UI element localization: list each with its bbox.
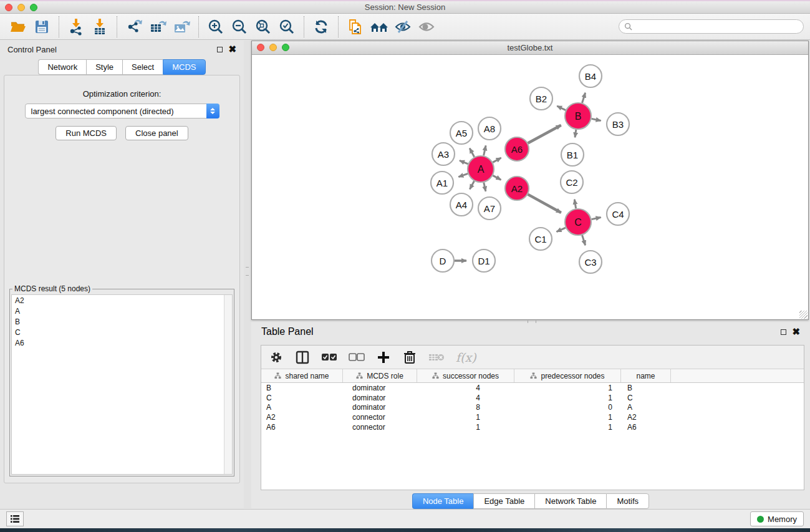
graph-node-C[interactable]: C xyxy=(565,209,591,235)
table-row[interactable]: Cdominator41C xyxy=(261,393,804,403)
float-panel-icon[interactable] xyxy=(217,47,223,52)
graph-node-A[interactable]: A xyxy=(468,156,494,182)
deselect-checks-icon[interactable] xyxy=(349,349,365,365)
node-table[interactable]: shared nameMCDS rolesuccessor nodesprede… xyxy=(261,369,804,432)
split-columns-icon[interactable] xyxy=(295,349,310,365)
delete-column-icon[interactable] xyxy=(402,349,417,365)
graph-edge-A2-C[interactable] xyxy=(528,195,561,213)
graph-edge-A-A4[interactable] xyxy=(470,181,474,189)
graph-edge-A-A2[interactable] xyxy=(493,175,501,180)
zoom-network-window-button[interactable] xyxy=(282,44,289,51)
float-table-panel-icon[interactable] xyxy=(781,329,786,335)
zoom-selected-icon[interactable] xyxy=(276,16,297,37)
memory-button[interactable]: Memory xyxy=(750,511,804,526)
mcds-result-item[interactable]: C xyxy=(12,327,232,337)
close-panel-icon[interactable]: ✖ xyxy=(228,46,236,52)
home-layout-icon[interactable] xyxy=(369,16,390,37)
select-all-checks-icon[interactable] xyxy=(321,349,337,365)
graph-node-C1[interactable]: C1 xyxy=(529,228,552,250)
graph-edge-A-A8[interactable] xyxy=(484,145,486,155)
graph-node-B1[interactable]: B1 xyxy=(561,143,584,166)
column-header-MCDS-role[interactable]: MCDS role xyxy=(343,369,417,382)
table-row[interactable]: A6connector11A6 xyxy=(261,422,804,432)
export-table-icon[interactable] xyxy=(147,16,168,37)
tab-motifs[interactable]: Motifs xyxy=(606,493,649,509)
graph-node-D[interactable]: D xyxy=(432,249,454,272)
mcds-result-item[interactable]: B xyxy=(12,316,232,327)
export-network-icon[interactable] xyxy=(123,16,145,37)
graph-node-A6[interactable]: A6 xyxy=(505,137,529,161)
graph-edge-C-C3[interactable] xyxy=(582,235,586,245)
tab-select[interactable]: Select xyxy=(122,59,163,75)
zoom-out-icon[interactable] xyxy=(229,16,250,37)
mcds-result-item[interactable]: A2 xyxy=(12,295,232,306)
graph-edge-A-A3[interactable] xyxy=(460,160,468,163)
export-image-icon[interactable] xyxy=(171,16,192,37)
run-mcds-button[interactable]: Run MCDS xyxy=(55,126,117,140)
graph-node-A4[interactable]: A4 xyxy=(450,193,473,216)
zoom-fit-icon[interactable] xyxy=(253,16,274,37)
result-scrollbar[interactable] xyxy=(224,295,232,474)
graph-edge-B-B3[interactable] xyxy=(592,118,601,120)
mcds-result-item[interactable]: A6 xyxy=(12,337,232,348)
graph-node-A1[interactable]: A1 xyxy=(431,172,453,194)
save-session-icon[interactable] xyxy=(31,16,52,37)
graph-node-B4[interactable]: B4 xyxy=(579,65,602,87)
zoom-in-icon[interactable] xyxy=(205,16,226,37)
graph-node-B2[interactable]: B2 xyxy=(530,87,552,110)
import-table-icon[interactable] xyxy=(89,16,110,37)
minimize-network-window-button[interactable] xyxy=(269,44,277,51)
graph-node-A3[interactable]: A3 xyxy=(432,143,455,165)
table-row[interactable]: Bdominator41B xyxy=(261,383,804,393)
graph-node-A7[interactable]: A7 xyxy=(478,197,501,220)
criterion-dropdown[interactable]: largest connected component (directed) xyxy=(25,104,219,118)
close-network-window-button[interactable] xyxy=(257,44,264,51)
graph-node-B[interactable]: B xyxy=(565,103,591,129)
column-header-name[interactable]: name xyxy=(621,369,671,382)
graph-edge-B-B1[interactable] xyxy=(575,130,576,138)
gear-icon[interactable] xyxy=(269,349,284,365)
minimize-window-button[interactable] xyxy=(17,4,25,11)
graph-node-D1[interactable]: D1 xyxy=(473,249,495,272)
tab-mcds[interactable]: MCDS xyxy=(163,59,205,75)
close-window-button[interactable] xyxy=(5,4,12,11)
graph-edge-A-A1[interactable] xyxy=(458,173,468,177)
show-eye-icon[interactable] xyxy=(416,16,437,37)
graph-node-C3[interactable]: C3 xyxy=(579,251,602,273)
column-header-predecessor-nodes[interactable]: predecessor nodes xyxy=(514,369,621,382)
tab-node-table[interactable]: Node Table xyxy=(412,493,474,509)
network-graph[interactable]: B4B2BB3A5A8A6B1A3AC2A1A2A4A7C4CC1C3DD1 xyxy=(252,55,808,319)
column-header-successor-nodes[interactable]: successor nodes xyxy=(417,369,514,382)
close-panel-button[interactable]: Close panel xyxy=(125,126,188,140)
zoom-window-button[interactable] xyxy=(30,4,37,11)
graph-node-C2[interactable]: C2 xyxy=(561,171,583,193)
refresh-view-icon[interactable] xyxy=(311,16,332,37)
vertical-splitter[interactable] xyxy=(244,41,251,508)
mcds-result-list[interactable]: A2ABCA6 xyxy=(11,294,233,475)
tab-network[interactable]: Network xyxy=(38,59,86,75)
close-table-panel-icon[interactable]: ✖ xyxy=(792,329,800,335)
graph-edge-C-C1[interactable] xyxy=(557,228,566,231)
column-header-shared-name[interactable]: shared name xyxy=(261,369,343,382)
window-resize-grip[interactable] xyxy=(799,311,808,319)
graph-edge-A-A5[interactable] xyxy=(470,148,474,157)
graph-edge-A6-B[interactable] xyxy=(528,125,561,143)
graph-node-A2[interactable]: A2 xyxy=(505,177,529,200)
graph-edge-B-B4[interactable] xyxy=(582,93,586,103)
tab-edge-table[interactable]: Edge Table xyxy=(473,493,534,509)
toolbar-search[interactable] xyxy=(619,19,804,34)
import-network-icon[interactable] xyxy=(65,16,87,37)
graph-node-B3[interactable]: B3 xyxy=(607,113,629,135)
table-row[interactable]: A2connector11A2 xyxy=(261,412,804,422)
graph-node-A5[interactable]: A5 xyxy=(450,122,473,144)
graph-node-A8[interactable]: A8 xyxy=(478,117,501,140)
add-column-icon[interactable] xyxy=(376,349,391,365)
graph-edge-C-C2[interactable] xyxy=(574,200,576,209)
graph-edge-A-A7[interactable] xyxy=(484,182,486,191)
task-history-button[interactable] xyxy=(6,511,24,526)
graph-edge-B-B2[interactable] xyxy=(557,106,566,110)
hide-eye-icon[interactable] xyxy=(392,16,413,37)
mcds-result-item[interactable]: A xyxy=(12,306,232,316)
tab-style[interactable]: Style xyxy=(86,59,122,75)
graph-node-C4[interactable]: C4 xyxy=(607,203,629,225)
